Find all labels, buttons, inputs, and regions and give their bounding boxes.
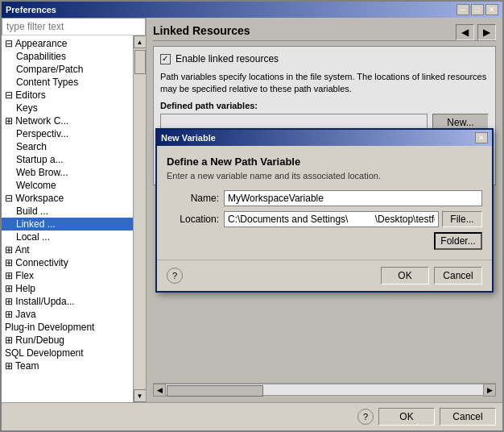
- tree-item-label-ant: ⊞ Ant: [5, 244, 30, 255]
- location-input-row: File...: [224, 211, 482, 227]
- tree-item-keys[interactable]: Keys: [2, 102, 133, 114]
- modal-footer-buttons: OK Cancel: [381, 267, 482, 285]
- bottom-bar: ? OK Cancel: [2, 402, 502, 430]
- modal-cancel-button[interactable]: Cancel: [434, 267, 482, 285]
- scroll-thumb[interactable]: [134, 50, 146, 74]
- tree-item-sql_dev[interactable]: SQL Development: [2, 347, 133, 359]
- tree-item-label-compare_patch: Compare/Patch: [16, 64, 83, 75]
- modal-overlay: New Variable ✕ Define a New Path Variabl…: [147, 18, 502, 402]
- file-button[interactable]: File...: [442, 211, 482, 227]
- tree-item-label-install_update: ⊞ Install/Upda...: [5, 296, 75, 307]
- folder-button[interactable]: Folder...: [434, 232, 482, 250]
- tree-item-label-connectivity: ⊞ Connectivity: [5, 257, 68, 268]
- title-bar-buttons: ─ □ ✕: [456, 4, 498, 15]
- tree-item-network[interactable]: ⊞ Network C...: [2, 114, 133, 127]
- modal-heading: Define a New Path Variable: [167, 156, 482, 168]
- title-bar: Preferences ─ □ ✕: [2, 2, 502, 18]
- main-help-button[interactable]: ?: [357, 409, 374, 425]
- modal-title: New Variable: [161, 133, 216, 143]
- location-field-row: Location: File...: [167, 211, 482, 227]
- tree-item-label-appearance: ⊟ Appearance: [5, 38, 67, 49]
- modal-close-button[interactable]: ✕: [475, 132, 488, 143]
- tree-scroll-wrapper: ⊟ Appearance Capabilities Compare/Patch …: [2, 35, 146, 402]
- tree-area: ⊟ Appearance Capabilities Compare/Patch …: [2, 35, 133, 402]
- name-field-row: Name:: [167, 190, 482, 206]
- name-label: Name:: [167, 193, 219, 204]
- tree-item-team[interactable]: ⊞ Team: [2, 359, 133, 372]
- tree-item-label-java: ⊞ Java: [5, 309, 36, 320]
- left-panel: ⊟ Appearance Capabilities Compare/Patch …: [2, 18, 147, 402]
- modal-body: Define a New Path Variable Enter a new v…: [157, 146, 492, 260]
- tree-item-label-editors: ⊟ Editors: [5, 89, 46, 101]
- tree-item-label-run_debug: ⊞ Run/Debug: [5, 334, 64, 346]
- tree-item-label-web_brow: Web Brow...: [16, 167, 68, 178]
- tree-item-label-team: ⊞ Team: [5, 360, 39, 372]
- new-variable-dialog: New Variable ✕ Define a New Path Variabl…: [155, 128, 494, 293]
- modal-title-bar: New Variable ✕: [157, 130, 492, 146]
- tree-item-web_brow[interactable]: Web Brow...: [2, 166, 133, 179]
- modal-subtext: Enter a new variable name and its associ…: [167, 171, 482, 181]
- preferences-window: Preferences ─ □ ✕ ⊟ Appearance Capabilit…: [0, 0, 504, 432]
- tree-item-local[interactable]: Local ...: [2, 231, 133, 243]
- modal-ok-button[interactable]: OK: [381, 267, 429, 285]
- tree-item-help[interactable]: ⊞ Help: [2, 282, 133, 295]
- modal-footer: ? OK Cancel: [157, 260, 492, 291]
- tree-item-startup[interactable]: Startup a...: [2, 153, 133, 166]
- tree-item-label-help: ⊞ Help: [5, 283, 35, 294]
- tree-item-plugin_dev[interactable]: Plug-in Development: [2, 321, 133, 334]
- tree-item-linked_resources[interactable]: Linked ...: [2, 218, 133, 231]
- tree-item-flex[interactable]: ⊞ Flex: [2, 269, 133, 282]
- tree-item-search[interactable]: Search: [2, 140, 133, 153]
- tree-item-run_debug[interactable]: ⊞ Run/Debug: [2, 334, 133, 347]
- tree-item-perspectives[interactable]: Perspectiv...: [2, 127, 133, 140]
- filter-input[interactable]: [2, 18, 146, 35]
- help-button[interactable]: ?: [167, 268, 183, 284]
- main-content: ⊟ Appearance Capabilities Compare/Patch …: [2, 18, 502, 402]
- tree-item-label-flex: ⊞ Flex: [5, 270, 34, 281]
- tree-item-label-keys: Keys: [16, 102, 38, 114]
- tree-item-label-content_types: Content Types: [16, 77, 78, 88]
- bottom-buttons: OK Cancel: [378, 408, 496, 426]
- minimize-button[interactable]: ─: [456, 4, 469, 15]
- tree-item-label-local: Local ...: [16, 231, 50, 243]
- tree-item-welcome[interactable]: Welcome: [2, 179, 133, 192]
- tree-scrollbar[interactable]: ▲ ▼: [133, 35, 146, 402]
- tree-item-workspace[interactable]: ⊟ Workspace: [2, 192, 133, 205]
- location-input[interactable]: [224, 211, 439, 227]
- tree-item-label-capabilities: Capabilities: [16, 51, 66, 62]
- tree-item-capabilities[interactable]: Capabilities: [2, 50, 133, 63]
- tree-item-label-startup: Startup a...: [16, 154, 64, 165]
- tree-item-label-linked_resources: Linked ...: [16, 218, 56, 230]
- tree-item-appearance[interactable]: ⊟ Appearance: [2, 37, 133, 50]
- tree-item-label-sql_dev: SQL Development: [5, 347, 84, 359]
- tree-item-label-build: Build ...: [16, 206, 48, 217]
- tree-item-label-perspectives: Perspectiv...: [16, 128, 68, 139]
- window-title: Preferences: [6, 5, 56, 15]
- main-ok-button[interactable]: OK: [378, 408, 435, 426]
- tree-item-java[interactable]: ⊞ Java: [2, 308, 133, 321]
- right-panel: Linked Resources ◀ ▶ Enable linked resou…: [147, 18, 502, 402]
- tree-item-connectivity[interactable]: ⊞ Connectivity: [2, 256, 133, 269]
- close-button[interactable]: ✕: [485, 4, 498, 15]
- main-cancel-button[interactable]: Cancel: [440, 408, 496, 426]
- tree-item-editors[interactable]: ⊟ Editors: [2, 89, 133, 102]
- tree-item-install_update[interactable]: ⊞ Install/Upda...: [2, 295, 133, 308]
- folder-btn-row: Folder...: [167, 232, 482, 250]
- tree-item-label-workspace: ⊟ Workspace: [5, 193, 64, 204]
- tree-item-content_types[interactable]: Content Types: [2, 76, 133, 89]
- scroll-up-arrow[interactable]: ▲: [134, 35, 147, 48]
- tree-item-label-plugin_dev: Plug-in Development: [5, 322, 94, 333]
- tree-item-build[interactable]: Build ...: [2, 205, 133, 218]
- maximize-button[interactable]: □: [471, 4, 484, 15]
- tree-item-compare_patch[interactable]: Compare/Patch: [2, 63, 133, 76]
- tree-item-label-network: ⊞ Network C...: [5, 115, 68, 127]
- scroll-down-arrow[interactable]: ▼: [134, 389, 147, 402]
- tree-item-label-search: Search: [16, 141, 47, 152]
- location-label: Location:: [167, 214, 219, 225]
- tree-item-ant[interactable]: ⊞ Ant: [2, 243, 133, 256]
- tree-item-label-welcome: Welcome: [16, 180, 56, 191]
- name-input[interactable]: [224, 190, 482, 206]
